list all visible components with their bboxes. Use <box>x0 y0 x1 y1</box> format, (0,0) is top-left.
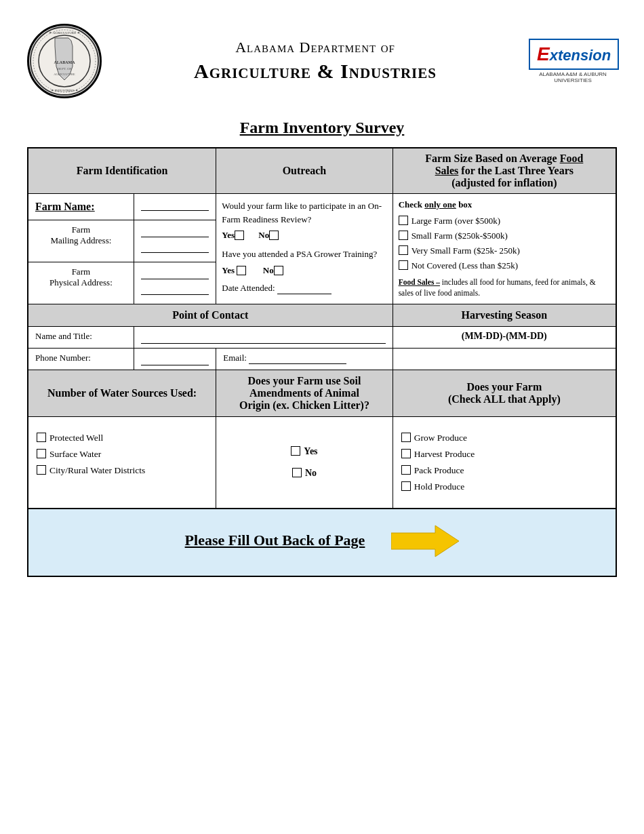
physical-input-cell[interactable] <box>134 262 216 304</box>
soil-yes-cb[interactable] <box>291 446 300 456</box>
outreach-date-input[interactable] <box>277 283 331 294</box>
farm-name-row: Farm Name: Would your farm like to parti… <box>28 194 616 220</box>
food-sales-bold: Food Sales – <box>399 278 440 286</box>
svg-marker-8 <box>391 525 459 557</box>
arrow-right-icon <box>391 524 459 558</box>
page-title: Farm Inventory Survey <box>27 119 617 137</box>
phone-email-row: Phone Number: Email: <box>28 349 616 370</box>
farmsize-option-2: Very Small Farm ($25k- 250k) <box>399 245 610 256</box>
outreach-header: Outreach <box>216 148 393 194</box>
outreach-q2-text: Have you attended a PSA Grower Training? <box>222 247 386 261</box>
farmsize-food-word: FoodSales <box>435 153 584 176</box>
name-title-label: Name and Title: <box>28 327 134 349</box>
svg-text:✦ AGRICULTURE ✦: ✦ AGRICULTURE ✦ <box>49 31 79 35</box>
farmdoes-cb-3[interactable] <box>401 481 411 491</box>
soil-yes-label: Yes <box>304 446 317 457</box>
soil-header-line2: Amendments of Animal <box>249 387 359 399</box>
farmdoes-option-1: Harvest Produce <box>401 449 607 460</box>
farmdoes-cell: Grow Produce Harvest Produce Pack Produc… <box>393 417 616 509</box>
farm-name-label: Farm Name: <box>28 194 134 220</box>
email-cell: Email: <box>216 349 393 370</box>
farmsize-option-3: Not Covered (Less than $25k) <box>399 260 610 271</box>
outreach-q1-yes-label: Yes <box>222 230 235 240</box>
farmsize-cell: Check only one box Large Farm (over $500… <box>393 194 616 304</box>
check-one-label: Check only one box <box>399 199 610 210</box>
farmdoes-cb-0[interactable] <box>401 433 411 442</box>
farmsize-option-1: Small Farm ($250k-$500k) <box>399 231 610 241</box>
soil-no-row: No <box>230 468 378 479</box>
dept-line1: Alabama Department of <box>235 39 395 56</box>
outreach-cell: Would your farm like to participate in a… <box>216 194 393 304</box>
physical-address-input2[interactable] <box>141 283 209 295</box>
farmdoes-header: Does your Farm (Check ALL that Apply) <box>393 370 616 417</box>
water-sources-cell: Protected Well Surface Water City/Rural … <box>28 417 216 509</box>
outreach-q2-no-checkbox[interactable] <box>274 266 283 275</box>
soil-yesno-cell: Yes No <box>216 417 393 509</box>
outreach-q1-no-label: No <box>258 230 269 240</box>
soil-no-label: No <box>305 468 317 479</box>
mailing-address-input2[interactable] <box>141 241 209 253</box>
physical-address-input[interactable] <box>141 268 209 279</box>
mailing-input-cell[interactable] <box>134 220 216 262</box>
outreach-q1-no-checkbox[interactable] <box>269 231 279 240</box>
harvesting-dates: (MM-DD)-(MM-DD) <box>393 327 616 349</box>
outreach-q2-yes-checkbox[interactable] <box>237 266 246 275</box>
farmsize-sales-word: Sales <box>435 165 459 176</box>
water-cb-1[interactable] <box>37 449 46 458</box>
outreach-q2-no-label: No <box>263 265 274 275</box>
water-source-label-2: City/Rural Water Districts <box>49 465 145 476</box>
mailing-address-input[interactable] <box>141 226 209 237</box>
soil-yes-row: Yes <box>230 446 378 457</box>
name-title-input[interactable] <box>141 332 386 344</box>
soil-header-line1: Does your Farm use Soil <box>248 375 361 386</box>
water-soil-headers: Number of Water Sources Used: Does your … <box>28 370 616 417</box>
farmsize-cb-2[interactable] <box>399 245 408 255</box>
farmdoes-cb-1[interactable] <box>401 449 411 458</box>
phone-label: Phone Number: <box>28 349 134 370</box>
extension-e-letter: E <box>537 43 550 64</box>
farm-name-input-cell[interactable] <box>134 194 216 220</box>
farmdoes-label-1: Harvest Produce <box>414 449 475 460</box>
farm-name-input[interactable] <box>141 199 209 211</box>
water-source-2: City/Rural Water Districts <box>37 465 207 476</box>
name-title-input-cell[interactable] <box>134 327 393 349</box>
farmsize-line1: Farm Size Based on Average FoodSales for… <box>425 153 583 188</box>
outreach-q1-text: Would your farm like to participate in a… <box>222 199 386 226</box>
dept-line2: Agriculture & Industries <box>194 60 437 82</box>
alabama-seal: ALABAMA DEPT. OF AGRICULTURE ✦ AGRICULTU… <box>27 24 102 98</box>
farmsize-cb-0[interactable] <box>399 216 408 225</box>
phone-input-cell[interactable] <box>134 349 216 370</box>
farmsize-cb-1[interactable] <box>399 231 408 240</box>
water-soil-content: Protected Well Surface Water City/Rural … <box>28 417 616 509</box>
water-source-1: Surface Water <box>37 449 207 460</box>
outreach-q1-yesno: Yes No <box>222 230 386 241</box>
outreach-date-row: Date Attended: <box>222 283 386 294</box>
water-cb-2[interactable] <box>37 465 46 475</box>
farmdoes-option-0: Grow Produce <box>401 433 607 443</box>
soil-no-cb[interactable] <box>292 468 302 477</box>
farmsize-cb-3[interactable] <box>399 260 408 270</box>
farm-id-header: Farm Identification <box>28 148 216 194</box>
water-source-0: Protected Well <box>37 433 207 443</box>
farmdoes-line2: (Check ALL that Apply) <box>448 393 561 405</box>
water-cb-0[interactable] <box>37 433 46 442</box>
svg-text:✦ INDUSTRIES ✦: ✦ INDUSTRIES ✦ <box>51 89 78 92</box>
soil-header-line3: Origin (ex. Chicken Litter)? <box>239 399 369 411</box>
outreach-q1-yes-checkbox[interactable] <box>235 231 244 240</box>
phone-input[interactable] <box>141 354 209 365</box>
footer-cell: Please Fill Out Back of Page <box>28 509 616 576</box>
email-right-cell <box>393 349 616 370</box>
page-header: ALABAMA DEPT. OF AGRICULTURE ✦ AGRICULTU… <box>27 14 617 112</box>
svg-text:ALABAMA: ALABAMA <box>54 60 76 64</box>
extension-subtitle: ALABAMA A&M & AUBURN UNIVERSITIES <box>529 71 617 83</box>
water-source-label-1: Surface Water <box>49 449 101 460</box>
poc-header: Point of Contact <box>28 304 393 327</box>
svg-text:DEPT. OF: DEPT. OF <box>57 67 71 71</box>
farmdoes-line1: Does your Farm <box>466 381 542 393</box>
farmdoes-cb-2[interactable] <box>401 465 411 475</box>
outreach-date-label: Date Attended: <box>222 283 275 293</box>
harvesting-header: Harvesting Season <box>393 304 616 327</box>
farmdoes-label-3: Hold Produce <box>414 481 465 492</box>
water-source-label-0: Protected Well <box>49 433 103 443</box>
email-input[interactable] <box>249 353 346 364</box>
